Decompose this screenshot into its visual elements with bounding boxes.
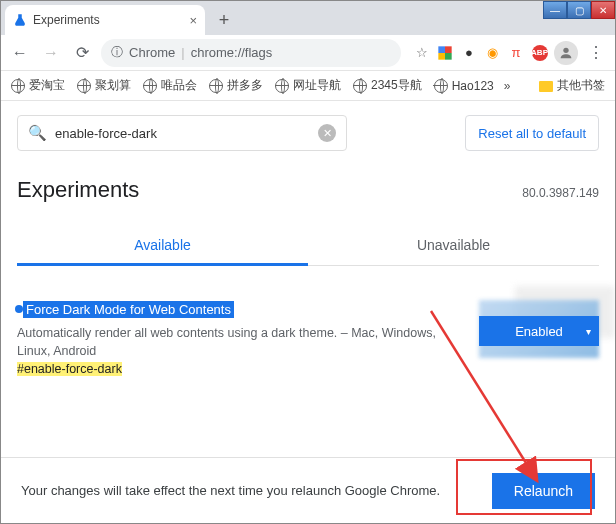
bookmark-label: 2345导航 <box>371 77 422 94</box>
profile-avatar[interactable] <box>554 41 577 65</box>
omnibox-prefix: Chrome <box>129 45 175 60</box>
bookmark-item[interactable]: 聚划算 <box>73 77 135 94</box>
page-content: 🔍 enable-force-dark ✕ Reset all to defau… <box>1 101 615 457</box>
omnibox-separator: | <box>181 45 184 60</box>
modified-dot-icon <box>15 305 23 313</box>
dropdown-value: Enabled <box>515 324 563 339</box>
svg-point-4 <box>563 47 568 52</box>
new-tab-button[interactable]: + <box>211 7 237 33</box>
window-close-button[interactable]: ✕ <box>591 1 615 19</box>
page-title: Experiments <box>17 177 139 203</box>
bookmark-label: Hao123 <box>452 79 494 93</box>
bookmark-item[interactable]: 爱淘宝 <box>7 77 69 94</box>
site-info-icon[interactable]: ⓘ <box>111 44 123 61</box>
bookmark-label: 聚划算 <box>95 77 131 94</box>
clear-search-icon[interactable]: ✕ <box>318 124 336 142</box>
svg-rect-3 <box>445 53 452 60</box>
menu-button[interactable]: ⋮ <box>584 40 609 66</box>
globe-icon <box>275 79 289 93</box>
flag-state-dropdown[interactable]: Enabled <box>479 316 599 346</box>
svg-rect-0 <box>439 46 446 53</box>
window-minimize-button[interactable]: — <box>543 1 567 19</box>
search-icon: 🔍 <box>28 124 47 142</box>
extension-icon-1[interactable] <box>437 44 455 62</box>
bookmark-label: 其他书签 <box>557 77 605 94</box>
relaunch-button[interactable]: Relaunch <box>492 473 595 509</box>
extension-icon-2[interactable]: ● <box>460 44 478 62</box>
globe-icon <box>143 79 157 93</box>
flag-description: Automatically render all web contents us… <box>17 324 437 360</box>
tab-unavailable[interactable]: Unavailable <box>308 227 599 265</box>
reload-button[interactable]: ⟳ <box>70 40 95 66</box>
bookmarks-bar: 爱淘宝 聚划算 唯品会 拼多多 网址导航 2345导航 Hao123 » 其他书… <box>1 71 615 101</box>
flag-title: Force Dark Mode for Web Contents <box>23 301 234 318</box>
extension-icon-4[interactable]: π <box>507 44 525 62</box>
back-button[interactable]: ← <box>7 40 32 66</box>
chrome-version: 80.0.3987.149 <box>522 186 599 200</box>
flag-entry: Force Dark Mode for Web Contents Automat… <box>17 300 599 376</box>
bookmark-item[interactable]: 2345导航 <box>349 77 426 94</box>
globe-icon <box>353 79 367 93</box>
reset-all-button[interactable]: Reset all to default <box>465 115 599 151</box>
tab-strip: Experiments × + <box>1 1 615 35</box>
bookmark-item[interactable]: 唯品会 <box>139 77 201 94</box>
omnibox-url: chrome://flags <box>191 45 273 60</box>
flask-icon <box>13 13 27 27</box>
tab-title: Experiments <box>33 13 100 27</box>
bookmark-label: 拼多多 <box>227 77 263 94</box>
svg-rect-1 <box>445 46 452 53</box>
forward-button[interactable]: → <box>38 40 63 66</box>
flag-tabs: Available Unavailable <box>17 227 599 266</box>
bookmark-label: 网址导航 <box>293 77 341 94</box>
other-bookmarks-folder[interactable]: 其他书签 <box>535 77 609 94</box>
browser-toolbar: ← → ⟳ ⓘ Chrome | chrome://flags ☆ ● ◉ π … <box>1 35 615 71</box>
relaunch-bar: Your changes will take effect the next t… <box>1 457 615 523</box>
extension-icon-3[interactable]: ◉ <box>484 44 502 62</box>
flag-id: #enable-force-dark <box>17 362 599 376</box>
flags-search-input[interactable]: 🔍 enable-force-dark ✕ <box>17 115 347 151</box>
tab-close-icon[interactable]: × <box>189 13 197 28</box>
adblock-icon[interactable]: ABP <box>531 44 549 62</box>
bookmark-item[interactable]: 网址导航 <box>271 77 345 94</box>
search-value: enable-force-dark <box>55 126 157 141</box>
bookmark-item[interactable]: 拼多多 <box>205 77 267 94</box>
bookmark-label: 唯品会 <box>161 77 197 94</box>
globe-icon <box>434 79 448 93</box>
bookmark-label: 爱淘宝 <box>29 77 65 94</box>
svg-rect-2 <box>439 53 446 60</box>
browser-tab[interactable]: Experiments × <box>5 5 205 35</box>
globe-icon <box>11 79 25 93</box>
omnibox[interactable]: ⓘ Chrome | chrome://flags <box>101 39 401 67</box>
globe-icon <box>77 79 91 93</box>
relaunch-message: Your changes will take effect the next t… <box>21 483 440 498</box>
bookmark-item[interactable]: Hao123 <box>430 79 498 93</box>
tab-available[interactable]: Available <box>17 227 308 266</box>
globe-icon <box>209 79 223 93</box>
window-maximize-button[interactable]: ▢ <box>567 1 591 19</box>
bookmarks-overflow[interactable]: » <box>504 79 511 93</box>
star-icon[interactable]: ☆ <box>413 44 431 62</box>
folder-icon <box>539 81 553 92</box>
